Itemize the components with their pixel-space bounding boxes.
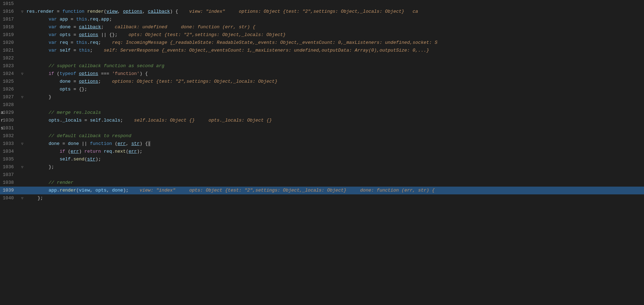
line-number: 1027 [0,93,19,101]
line-content [25,171,644,179]
fold-icon[interactable]: ▽ [21,142,23,146]
fold-icon[interactable]: ▽ [21,196,23,200]
table-row: 1023 // support callback function as sec… [0,62,644,70]
line-number: 1028 [0,101,19,109]
line-number: 1015 [0,0,19,8]
table-row: 1026 opts = {}; [0,86,644,93]
fold-gutter [19,54,25,62]
line-number: 1039 [0,187,19,194]
table-row: 1035 self.send(str); [0,156,644,163]
fold-gutter [19,62,25,70]
line-content [25,101,644,109]
table-row: 1019 var opts = options || {}; opts: Obj… [0,31,644,39]
table-row: 1032 // default callback to respond [0,132,644,140]
line-content: done = done || function (err, str) {| [25,140,644,148]
line-content: var done = callback; callback: undefined… [25,23,644,31]
line-number: 1017 [0,16,19,23]
edge-char: a [0,109,4,117]
fold-gutter [19,78,25,86]
table-row: 1034 if (err) return req.next(err); [0,148,644,156]
line-content: // default callback to respond [25,132,644,140]
fold-gutter [19,16,25,23]
table-row: a 1029 // merge res.locals [0,109,644,117]
line-content: done = options; options: Object {test: "… [25,78,644,86]
fold-icon[interactable]: ▽ [21,95,23,99]
fold-gutter [19,23,25,31]
line-number: 1021 [0,47,19,54]
line-content: var self = this; self: ServerResponse {_… [25,47,644,54]
line-number: 1034 [0,148,19,156]
fold-gutter: ▽ [19,93,25,101]
fold-gutter: ▽ [19,70,25,78]
line-content: // support callback function as second a… [25,62,644,70]
line-content: // render [25,179,644,187]
line-number: 1022 [0,54,19,62]
fold-gutter [19,31,25,39]
fold-gutter [19,109,25,117]
line-number: 1038 [0,179,19,187]
line-number: 1018 [0,23,19,31]
line-content: self.send(str); [25,156,644,163]
line-number: 1036 [0,163,19,171]
fold-gutter [19,117,25,124]
fold-icon[interactable]: ▽ [21,165,23,169]
fold-gutter: ▽ [19,194,25,202]
fold-gutter: ▽ [19,163,25,171]
fold-gutter [19,39,25,47]
fold-gutter [19,47,25,54]
line-number: 1023 [0,62,19,70]
fold-gutter: ▽ [19,8,25,16]
line-content: opts._locals = self.locals; self.locals:… [25,117,644,124]
table-row: 1028 [0,101,644,109]
line-number: 1035 [0,156,19,163]
line-content: var app = this.req.app; [25,16,644,23]
table-row: 1016 ▽ res.render = function render(view… [0,8,644,16]
line-number: 1040 [0,194,19,202]
fold-gutter [19,156,25,163]
code-content[interactable]: 1015 1016 ▽ res.render = function render… [0,0,644,305]
edge-char: s [0,124,4,132]
fold-gutter [19,124,25,132]
line-content: if (err) return req.next(err); [25,148,644,156]
fold-gutter [19,132,25,140]
table-row: 1039 app.render(view, opts, done); view:… [0,187,644,194]
line-number: 1016 [0,8,19,16]
line-content [25,124,644,132]
line-content: res.render = function render(view, optio… [25,8,644,16]
table-row: 1037 [0,171,644,179]
line-content: }; [25,194,644,202]
table-row: 1024 ▽ if (typeof options === 'function'… [0,70,644,78]
fold-icon[interactable]: ▽ [21,72,23,76]
line-content: }; [25,163,644,171]
line-content: var req = this.req; req: IncomingMessage… [25,39,644,47]
fold-gutter [19,171,25,179]
line-number: 1033 [0,140,19,148]
line-content: app.render(view, opts, done); view: "ind… [25,187,644,194]
line-number: 1026 [0,86,19,93]
line-content: opts = {}; [25,86,644,93]
table-row: 1038 // render [0,179,644,187]
table-row: 1025 done = options; options: Object {te… [0,78,644,86]
table-row: 1020 var req = this.req; req: IncomingMe… [0,39,644,47]
table-row: 1021 var self = this; self: ServerRespon… [0,47,644,54]
table-row: s 1031 [0,124,644,132]
fold-gutter [19,179,25,187]
table-row: r 1030 opts._locals = self.locals; self.… [0,117,644,124]
table-row: 1015 [0,0,644,8]
fold-gutter [19,148,25,156]
table-row: 1022 [0,54,644,62]
table-row: 1040 ▽ }; [0,194,644,202]
line-number: 1024 [0,70,19,78]
line-number: 1019 [0,31,19,39]
line-content [25,0,644,8]
fold-icon[interactable]: ▽ [21,10,23,14]
table-row: 1017 var app = this.req.app; [0,16,644,23]
table-row: 1018 var done = callback; callback: unde… [0,23,644,31]
line-content [25,54,644,62]
fold-gutter: ▽ [19,140,25,148]
fold-gutter [19,187,25,194]
table-row: 1027 ▽ } [0,93,644,101]
fold-gutter [19,86,25,93]
edge-char: r [0,117,4,124]
line-number: 1032 [0,132,19,140]
